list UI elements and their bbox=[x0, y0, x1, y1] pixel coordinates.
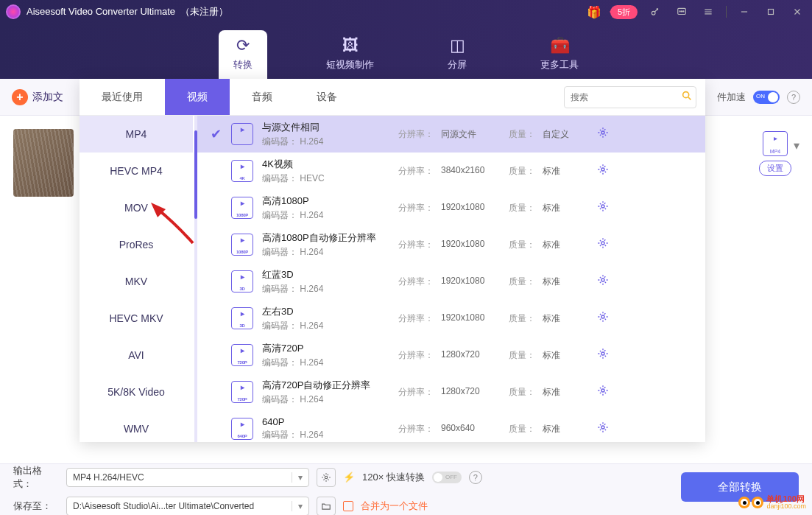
minimize-button[interactable] bbox=[735, 3, 753, 21]
svg-point-6 bbox=[683, 91, 689, 97]
search-box[interactable] bbox=[564, 86, 696, 108]
save-to-label: 保存至： bbox=[13, 500, 59, 513]
preset-resolution: 分辨率：1920x1080 bbox=[398, 239, 509, 251]
help-icon-2[interactable]: ? bbox=[469, 471, 482, 484]
preset-row[interactable]: 640P 640P 编码器： H.264 分辨率：960x640 质量：标准 bbox=[197, 410, 705, 442]
gift-icon[interactable]: 🎁 bbox=[587, 5, 601, 19]
format-item-hevcmkv[interactable]: HEVC MKV bbox=[80, 300, 193, 337]
add-file-button[interactable]: + 添加文 bbox=[12, 89, 63, 105]
svg-rect-5 bbox=[769, 10, 774, 15]
fast-convert-toggle[interactable]: OFF bbox=[432, 472, 462, 483]
output-settings-icon[interactable] bbox=[317, 468, 336, 487]
preset-resolution: 分辨率：1920x1080 bbox=[398, 202, 509, 214]
preset-format-icon: 640P bbox=[231, 418, 253, 440]
preset-title: 4K视频 bbox=[262, 158, 398, 171]
hw-accel-toggle[interactable]: ON bbox=[753, 91, 780, 104]
preset-row[interactable]: ✔ 与源文件相同 编码器： H.264 分辨率：同源文件 质量：自定义 bbox=[197, 116, 705, 153]
gear-icon[interactable] bbox=[597, 311, 615, 326]
preset-list: ✔ 与源文件相同 编码器： H.264 分辨率：同源文件 质量：自定义 4K 4… bbox=[197, 116, 705, 442]
format-item-wmv[interactable]: WMV bbox=[80, 410, 193, 442]
preset-resolution: 分辨率：1920x1080 bbox=[398, 276, 509, 288]
gear-icon[interactable] bbox=[597, 385, 615, 399]
feedback-icon[interactable] bbox=[673, 3, 691, 21]
format-item-hevcmp4[interactable]: HEVC MP4 bbox=[80, 153, 193, 189]
fast-convert-label: 120× 快速转换 bbox=[362, 471, 425, 484]
open-folder-icon[interactable] bbox=[317, 497, 336, 516]
format-item-avi[interactable]: AVI bbox=[80, 337, 193, 374]
gear-icon[interactable] bbox=[597, 274, 615, 289]
preset-encoder: 编码器： HEVC bbox=[262, 172, 398, 185]
toolbox-icon: 🧰 bbox=[550, 36, 570, 55]
chevron-down-icon[interactable]: ▾ bbox=[794, 139, 799, 153]
format-item-mkv[interactable]: MKV bbox=[80, 263, 193, 300]
preset-row[interactable]: 3D 红蓝3D 编码器： H.264 分辨率：1920x1080 质量：标准 bbox=[197, 263, 705, 300]
tab-more-tools[interactable]: 🧰更多工具 bbox=[526, 30, 593, 79]
dd-tab-recent[interactable]: 最近使用 bbox=[80, 79, 165, 115]
svg-point-14 bbox=[601, 389, 604, 392]
preset-resolution: 分辨率：1280x720 bbox=[398, 386, 509, 399]
preset-encoder: 编码器： H.264 bbox=[262, 136, 398, 148]
svg-point-3 bbox=[681, 11, 682, 12]
format-dropdown-panel: 最近使用 视频 音频 设备 MP4HEVC MP4MOVProResMKVHEV… bbox=[80, 79, 705, 442]
format-item-prores[interactable]: ProRes bbox=[80, 226, 193, 263]
dd-tab-video[interactable]: 视频 bbox=[165, 79, 230, 115]
output-format-badge[interactable]: MP4 bbox=[763, 131, 788, 156]
preset-format-icon: 3D bbox=[231, 307, 253, 329]
output-format-select[interactable]: MP4 H.264/HEVC▾ bbox=[66, 468, 309, 487]
gear-icon[interactable] bbox=[597, 421, 615, 436]
svg-point-10 bbox=[601, 242, 604, 245]
svg-point-11 bbox=[601, 278, 604, 281]
search-icon[interactable] bbox=[681, 90, 693, 105]
tab-split[interactable]: ◫分屏 bbox=[433, 30, 481, 79]
tab-convert[interactable]: ⟳转换 bbox=[219, 30, 267, 79]
help-icon[interactable]: ? bbox=[787, 91, 800, 104]
preset-title: 高清720P bbox=[262, 342, 398, 355]
dd-tab-audio[interactable]: 音频 bbox=[230, 79, 294, 115]
preset-resolution: 分辨率：960x640 bbox=[398, 423, 509, 435]
discount-badge[interactable]: 5折 bbox=[610, 5, 638, 19]
preset-title: 红蓝3D bbox=[262, 268, 398, 281]
merge-checkbox[interactable] bbox=[343, 501, 353, 511]
gear-icon[interactable] bbox=[597, 237, 615, 252]
menu-icon[interactable] bbox=[699, 3, 717, 21]
gear-icon[interactable] bbox=[597, 348, 615, 362]
preset-row[interactable]: 4K 4K视频 编码器： HEVC 分辨率：3840x2160 质量：标准 bbox=[197, 153, 705, 189]
preset-format-icon bbox=[231, 123, 253, 145]
video-thumbnail[interactable] bbox=[13, 129, 74, 197]
output-format-label: 输出格式： bbox=[13, 464, 59, 491]
tab-short-video[interactable]: 🖼短视频制作 bbox=[311, 30, 389, 79]
preset-row[interactable]: 720P 高清720P 编码器： H.264 分辨率：1280x720 质量：标… bbox=[197, 337, 705, 374]
preset-title: 高清1080P自动修正分辨率 bbox=[262, 231, 398, 245]
preset-quality: 质量：标准 bbox=[509, 386, 597, 399]
mv-icon: 🖼 bbox=[342, 36, 359, 55]
key-icon[interactable] bbox=[646, 3, 664, 21]
dd-tab-device[interactable]: 设备 bbox=[294, 79, 359, 115]
plus-icon: + bbox=[12, 89, 28, 105]
format-item-5k8kvideo[interactable]: 5K/8K Video bbox=[80, 374, 193, 410]
preset-format-icon: 720P bbox=[231, 344, 253, 366]
preset-quality: 质量：标准 bbox=[509, 165, 597, 178]
gear-icon[interactable] bbox=[597, 127, 615, 141]
preset-quality: 质量：标准 bbox=[509, 349, 597, 362]
preset-row[interactable]: 1080P 高清1080P自动修正分辨率 编码器： H.264 分辨率：1920… bbox=[197, 226, 705, 263]
format-item-mov[interactable]: MOV bbox=[80, 189, 193, 226]
settings-button[interactable]: 设置 bbox=[759, 161, 791, 176]
close-button[interactable] bbox=[788, 3, 806, 21]
preset-encoder: 编码器： H.264 bbox=[262, 209, 398, 222]
preset-quality: 质量：自定义 bbox=[509, 128, 597, 141]
gear-icon[interactable] bbox=[597, 164, 615, 178]
maximize-button[interactable] bbox=[762, 3, 780, 21]
merge-label: 合并为一个文件 bbox=[361, 500, 428, 513]
preset-row[interactable]: 720P 高清720P自动修正分辨率 编码器： H.264 分辨率：1280x7… bbox=[197, 374, 705, 410]
preset-encoder: 编码器： H.264 bbox=[262, 283, 398, 295]
preset-row[interactable]: 3D 左右3D 编码器： H.264 分辨率：1920x1080 质量：标准 bbox=[197, 300, 705, 337]
search-input[interactable] bbox=[571, 92, 681, 102]
format-item-mp4[interactable]: MP4 bbox=[80, 116, 193, 153]
preset-format-icon: 720P bbox=[231, 381, 253, 403]
svg-point-15 bbox=[601, 426, 604, 429]
svg-point-8 bbox=[601, 168, 604, 171]
gear-icon[interactable] bbox=[597, 200, 615, 215]
preset-row[interactable]: 1080P 高清1080P 编码器： H.264 分辨率：1920x1080 质… bbox=[197, 189, 705, 226]
save-to-select[interactable]: D:\Aiseesoft Studio\Ai...ter Ultimate\Co… bbox=[66, 497, 309, 516]
svg-point-9 bbox=[601, 205, 604, 208]
